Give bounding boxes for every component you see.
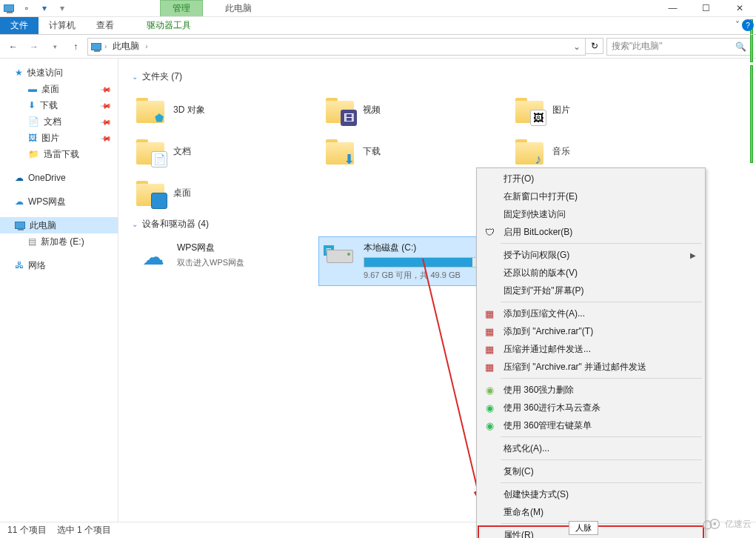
folder-icon: ⬇ (326, 136, 355, 166)
sidebar-item-label: 网络 (28, 259, 46, 272)
qat-item[interactable]: ▫ (18, 0, 36, 16)
ctx-pin-start[interactable]: 固定到"开始"屏幕(P) (478, 282, 703, 299)
ctx-copy[interactable]: 复制(C) (478, 462, 703, 480)
folder-item-3d-objects[interactable]: ⬟ 3D 对象 (132, 89, 321, 130)
ctx-open-new-window[interactable]: 在新窗口中打开(E) (478, 187, 703, 205)
breadcrumb-separator[interactable]: › (145, 42, 147, 50)
breadcrumb-separator[interactable]: › (104, 42, 107, 50)
quick-access-toolbar: ▫ ▾ ▾ (0, 0, 71, 16)
ctx-compress-rar-email[interactable]: ▦压缩到 "Archive.rar" 并通过邮件发送 (478, 358, 703, 376)
ctx-separator (501, 523, 702, 524)
folder-item-pictures[interactable]: 🖼 图片 (511, 89, 700, 130)
folder-item-videos[interactable]: 🎞 视频 (321, 89, 511, 130)
sidebar-item-quick-access[interactable]: ★ 快速访问 (0, 64, 118, 81)
ctx-restore-previous[interactable]: 还原以前的版本(V) (478, 264, 703, 282)
360-icon: ◉ (483, 401, 496, 414)
shield-icon: 🛡 (483, 225, 496, 239)
close-button[interactable]: ✕ (723, 0, 756, 16)
ctx-create-shortcut[interactable]: 创建快捷方式(S) (478, 485, 703, 503)
ctx-rename[interactable]: 重命名(M) (478, 503, 703, 521)
360-icon: ◉ (483, 383, 496, 396)
sidebar-item-network[interactable]: 🖧 网络 (0, 257, 118, 273)
ctx-grant-access[interactable]: 授予访问权限(G)▶ (478, 246, 703, 264)
sidebar-item-label: 新加卷 (E:) (41, 236, 84, 248)
sidebar-item-this-pc[interactable]: 此电脑 (0, 217, 118, 233)
folder-icon: 📄 (136, 136, 166, 166)
search-placeholder: 搜索"此电脑" (612, 40, 663, 53)
drive-icon: ▤ (28, 236, 36, 247)
sidebar-item-new-volume[interactable]: ▤ 新加卷 (E:) (0, 233, 118, 250)
ribbon-contextual-tab-manage[interactable]: 管理 (160, 0, 203, 16)
sidebar-item-label: 此电脑 (30, 219, 56, 232)
breadcrumb-this-pc[interactable]: 此电脑 (110, 40, 142, 53)
ctx-bitlocker[interactable]: 🛡启用 BitLocker(B) (478, 223, 703, 241)
sidebar-item-documents[interactable]: 📄 文档 📌 (0, 113, 118, 130)
qat-overflow[interactable]: ▾ (53, 0, 71, 16)
sidebar-item-desktop[interactable]: ▬ 桌面 📌 (0, 81, 118, 97)
navigation-pane: ★ 快速访问 ▬ 桌面 📌 ⬇ 下载 📌 📄 文档 📌 🖼 图片 📌 📁 迅雷下… (0, 59, 118, 522)
section-header-folders[interactable]: ⌄ 文件夹 (7) (132, 70, 743, 83)
minimize-button[interactable]: — (656, 0, 689, 16)
nav-up-button[interactable]: ↑ (67, 38, 84, 56)
folder-label: 下载 (363, 145, 381, 158)
status-selection: 选中 1 个项目 (57, 524, 111, 537)
ribbon-tabs: 文件 计算机 查看 驱动器工具 ˅ ? (0, 17, 756, 35)
folder-item-music[interactable]: ♪ 音乐 (511, 130, 700, 172)
qat-item[interactable]: ▾ (36, 0, 53, 16)
ctx-pin-quick-access[interactable]: 固定到快速访问 (478, 205, 703, 223)
nav-forward-button[interactable]: → (25, 38, 43, 56)
sidebar-item-label: WPS网盘 (28, 196, 66, 208)
rar-icon: ▦ (483, 342, 496, 356)
chevron-down-icon: ⌄ (132, 220, 138, 228)
ctx-360-scan[interactable]: ◉使用 360进行木马云查杀 (478, 399, 703, 416)
section-label: 设备和驱动器 (4) (142, 218, 209, 230)
svg-point-3 (713, 522, 716, 525)
address-bar[interactable]: › 此电脑 › ⌄ (87, 38, 586, 56)
ribbon-tab-drive-tools[interactable]: 驱动器工具 (136, 17, 201, 34)
ctx-separator (501, 482, 702, 483)
sidebar-item-label: 迅雷下载 (44, 148, 79, 161)
ctx-add-archive-rar[interactable]: ▦添加到 "Archive.rar"(T) (478, 322, 703, 340)
ribbon-tab-file[interactable]: 文件 (0, 17, 39, 34)
ctx-separator (501, 378, 702, 379)
rar-icon: ▦ (483, 307, 496, 320)
sidebar-item-label: 图片 (41, 132, 59, 145)
ribbon-collapse-icon[interactable]: ˅ (735, 20, 740, 30)
folder-item-downloads[interactable]: ⬇ 下载 (321, 130, 511, 172)
rar-icon: ▦ (483, 325, 496, 338)
sidebar-item-pictures[interactable]: 🖼 图片 📌 (0, 130, 118, 146)
folder-item-documents[interactable]: 📄 文档 (132, 130, 321, 172)
sidebar-item-onedrive[interactable]: ☁ OneDrive (0, 170, 118, 186)
sidebar-item-wps[interactable]: ☁ WPS网盘 (0, 193, 118, 210)
sidebar-item-label: 下载 (40, 99, 58, 112)
ctx-format[interactable]: 格式化(A)... (478, 439, 703, 457)
ctx-360-delete[interactable]: ◉使用 360强力删除 (478, 381, 703, 399)
sidebar-item-xunlei[interactable]: 📁 迅雷下载 (0, 146, 118, 162)
nav-recent-dropdown[interactable]: ▾ (46, 38, 64, 56)
ctx-separator (501, 302, 702, 302)
pictures-icon: 🖼 (28, 133, 37, 143)
refresh-button[interactable]: ↻ (586, 38, 603, 54)
sidebar-item-label: 桌面 (41, 83, 59, 96)
ribbon-tab-view[interactable]: 查看 (86, 17, 124, 34)
folder-icon: 🖼 (515, 95, 545, 124)
ctx-compress-email[interactable]: ▦压缩并通过邮件发送... (478, 340, 703, 358)
help-icon[interactable]: ? (742, 19, 754, 31)
maximize-button[interactable]: ☐ (689, 0, 723, 16)
address-dropdown-icon[interactable]: ⌄ (570, 41, 583, 52)
drive-item-wps[interactable]: ☁ WPS网盘 双击进入WPS网盘 (132, 236, 318, 286)
section-label: 文件夹 (7) (142, 70, 182, 83)
ctx-add-archive[interactable]: ▦添加到压缩文件(A)... (478, 305, 703, 322)
status-item-count: 11 个项目 (7, 524, 47, 537)
ribbon-tab-computer[interactable]: 计算机 (39, 17, 86, 34)
wps-icon: ☁ (15, 196, 24, 207)
pin-icon: 📌 (100, 116, 112, 127)
sidebar-item-downloads[interactable]: ⬇ 下载 📌 (0, 97, 118, 113)
search-input[interactable]: 搜索"此电脑" 🔍 (606, 38, 752, 56)
folder-item-desktop[interactable]: 桌面 (132, 172, 321, 213)
pin-icon: 📌 (100, 99, 112, 111)
nav-back-button[interactable]: ← (4, 38, 22, 56)
folder-icon: ♪ (515, 136, 545, 166)
ctx-open[interactable]: 打开(O) (478, 170, 703, 187)
ctx-360-menu[interactable]: ◉使用 360管理右键菜单 (478, 416, 703, 434)
